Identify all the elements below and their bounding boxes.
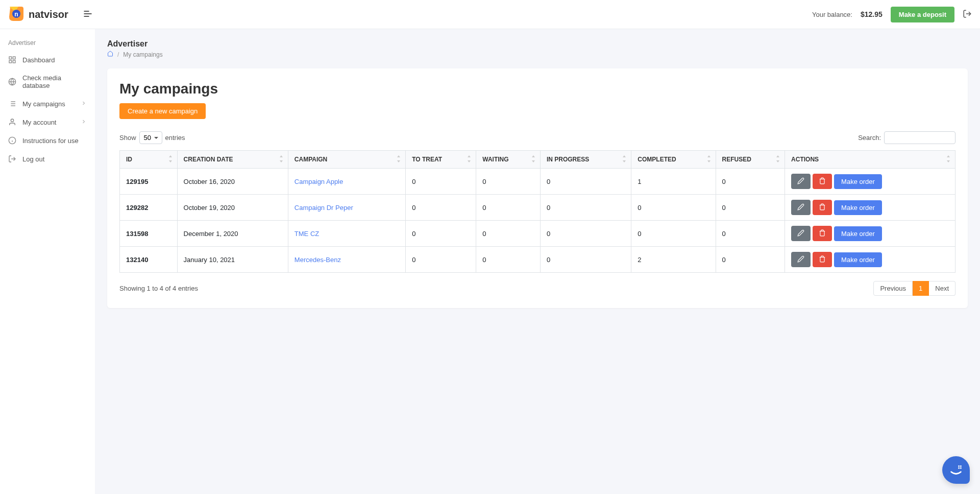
table-cell: 1 <box>631 169 716 195</box>
table-row: 132140January 10, 2021Mercedes-Benz00020… <box>120 247 955 273</box>
sort-icon <box>946 155 951 163</box>
campaigns-card: My campaings Create a new campaign Show … <box>107 68 968 308</box>
menu-toggle-icon[interactable] <box>79 5 97 25</box>
logo[interactable]: n natvisor <box>8 6 68 23</box>
table-cell: 129282 <box>120 195 178 221</box>
pencil-icon <box>797 203 804 212</box>
sort-icon <box>396 155 401 163</box>
sidebar-item-media-database[interactable]: Check media database <box>0 69 95 95</box>
column-header[interactable]: IN PROGRESS <box>540 151 631 169</box>
make-deposit-button[interactable]: Make a deposit <box>891 7 954 22</box>
actions-cell: Make order <box>785 169 955 195</box>
column-header[interactable]: ACTIONS <box>785 151 955 169</box>
chat-widget[interactable] <box>942 456 970 484</box>
sidebar-item-instructions[interactable]: Instructions for use <box>0 131 95 150</box>
table-cell: December 1, 2020 <box>177 221 288 247</box>
sort-icon <box>622 155 627 163</box>
svg-rect-9 <box>13 60 15 63</box>
table-cell: 0 <box>716 195 785 221</box>
column-header[interactable]: REFUSED <box>716 151 785 169</box>
edit-button[interactable] <box>791 174 811 189</box>
sidebar-item-label: Instructions for use <box>22 137 79 145</box>
table-cell: October 19, 2020 <box>177 195 288 221</box>
campaign-link[interactable]: Mercedes-Benz <box>295 256 341 264</box>
table-cell: 0 <box>406 221 476 247</box>
table-cell: 0 <box>406 195 476 221</box>
sidebar-item-dashboard[interactable]: Dashboard <box>0 51 95 69</box>
table-row: 129195October 16, 2020Campaign Apple0001… <box>120 169 955 195</box>
edit-button[interactable] <box>791 226 811 241</box>
chevron-right-icon <box>81 100 87 108</box>
actions-cell: Make order <box>785 195 955 221</box>
table-cell: 0 <box>716 247 785 273</box>
table-cell: 129195 <box>120 169 178 195</box>
pagination-prev[interactable]: Previous <box>873 281 913 296</box>
delete-button[interactable] <box>813 226 832 241</box>
table-row: 129282October 19, 2020Campaign Dr Peper0… <box>120 195 955 221</box>
entries-select[interactable]: 50 <box>139 131 162 144</box>
search-input[interactable] <box>884 131 955 144</box>
svg-point-26 <box>960 467 962 469</box>
trash-icon <box>819 229 826 238</box>
logo-text: natvisor <box>29 9 68 20</box>
make-order-button[interactable]: Make order <box>834 200 882 215</box>
create-campaign-button[interactable]: Create a new campaign <box>119 103 206 119</box>
trash-icon <box>819 177 826 186</box>
table-cell: Campaign Dr Peper <box>288 195 405 221</box>
logo-icon: n <box>8 6 24 23</box>
column-header[interactable]: WAITING <box>476 151 541 169</box>
table-row: 131598December 1, 2020TME CZ00000Make or… <box>120 221 955 247</box>
column-header[interactable]: COMPLETED <box>631 151 716 169</box>
table-cell: 131598 <box>120 221 178 247</box>
column-header[interactable]: TO TREAT <box>406 151 476 169</box>
search-label: Search: <box>858 134 881 142</box>
sidebar: Advertiser Dashboard Check media databas… <box>0 29 95 494</box>
sidebar-item-logout[interactable]: Log out <box>0 150 95 168</box>
logout-icon <box>8 155 16 163</box>
campaign-link[interactable]: Campaign Dr Peper <box>295 204 353 211</box>
header-logout-icon[interactable] <box>963 9 972 20</box>
campaign-link[interactable]: Campaign Apple <box>295 178 343 185</box>
table-cell: 0 <box>540 169 631 195</box>
column-header[interactable]: CAMPAIGN <box>288 151 405 169</box>
main-content: Advertiser / My campaings My campaings C… <box>95 29 980 494</box>
make-order-button[interactable]: Make order <box>834 174 882 189</box>
pagination-page-1[interactable]: 1 <box>913 281 929 296</box>
pagination-next[interactable]: Next <box>929 281 955 296</box>
table-cell: 2 <box>631 247 716 273</box>
edit-button[interactable] <box>791 200 811 215</box>
sidebar-item-campaigns[interactable]: My campaigns <box>0 95 95 113</box>
delete-button[interactable] <box>813 200 832 215</box>
make-order-button[interactable]: Make order <box>834 252 882 267</box>
actions-cell: Make order <box>785 221 955 247</box>
delete-button[interactable] <box>813 174 832 189</box>
svg-rect-7 <box>13 57 15 59</box>
make-order-button[interactable]: Make order <box>834 226 882 241</box>
trash-icon <box>819 255 826 264</box>
home-icon[interactable] <box>107 51 113 58</box>
table-cell: 0 <box>476 247 541 273</box>
table-cell: 0 <box>476 195 541 221</box>
edit-button[interactable] <box>791 252 811 267</box>
actions-cell: Make order <box>785 247 955 273</box>
table-cell: 132140 <box>120 247 178 273</box>
show-label-pre: Show <box>119 134 136 142</box>
delete-button[interactable] <box>813 252 832 267</box>
campaigns-table: IDCREATION DATECAMPAIGNTO TREATWAITINGIN… <box>119 150 955 273</box>
app-header: n natvisor Your balance: $12.95 Make a d… <box>0 0 980 29</box>
svg-text:n: n <box>14 11 18 18</box>
sort-icon <box>467 155 472 163</box>
table-cell: 0 <box>716 169 785 195</box>
dashboard-icon <box>8 56 16 64</box>
sidebar-item-account[interactable]: My account <box>0 113 95 131</box>
column-header[interactable]: ID <box>120 151 178 169</box>
sidebar-item-label: Check media database <box>22 74 87 89</box>
pagination: Previous 1 Next <box>873 281 955 296</box>
campaign-link[interactable]: TME CZ <box>295 230 319 238</box>
table-cell: October 16, 2020 <box>177 169 288 195</box>
balance-label: Your balance: <box>812 11 852 18</box>
card-title: My campaings <box>119 81 955 97</box>
sidebar-section-label: Advertiser <box>0 35 95 51</box>
svg-point-18 <box>11 119 13 122</box>
column-header[interactable]: CREATION DATE <box>177 151 288 169</box>
